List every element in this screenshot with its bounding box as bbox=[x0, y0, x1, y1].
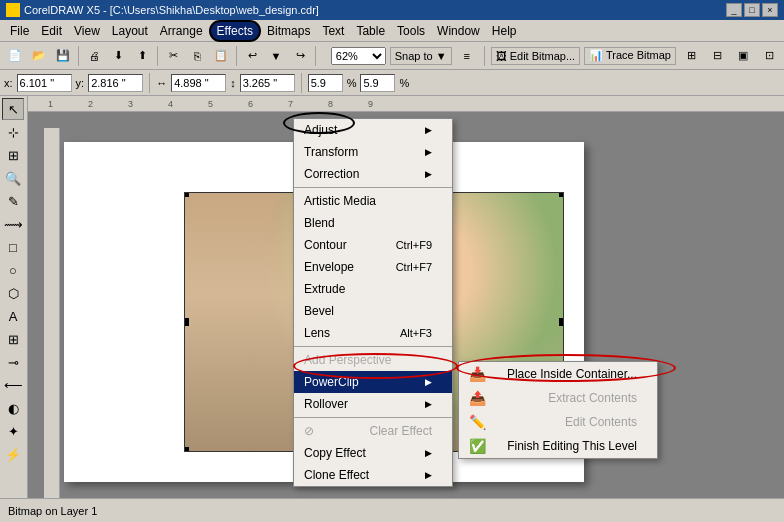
table-tool[interactable]: ⊞ bbox=[2, 328, 24, 350]
menu-arrange[interactable]: Arrange bbox=[154, 22, 209, 40]
menu-copy-effect[interactable]: Copy Effect bbox=[294, 442, 452, 464]
copy-btn[interactable]: ⎘ bbox=[186, 45, 208, 67]
extra-btn2[interactable]: ⊟ bbox=[706, 45, 728, 67]
dim-tool[interactable]: ⊸ bbox=[2, 351, 24, 373]
window-controls[interactable]: _ □ × bbox=[726, 3, 778, 17]
menu-blend[interactable]: Blend bbox=[294, 212, 452, 234]
menu-text[interactable]: Text bbox=[316, 22, 350, 40]
powerclip-submenu: 📥 Place Inside Container... 📤 Extract Co… bbox=[458, 361, 658, 459]
polygon-tool[interactable]: ⬡ bbox=[2, 282, 24, 304]
submenu-edit-contents: ✏️ Edit Contents bbox=[459, 410, 657, 434]
menu-contour[interactable]: Contour Ctrl+F9 bbox=[294, 234, 452, 256]
fill-tool[interactable]: ◐ bbox=[2, 397, 24, 419]
y-input[interactable] bbox=[88, 74, 143, 92]
handle-bl bbox=[184, 447, 189, 452]
menu-add-perspective[interactable]: Add Perspective bbox=[294, 349, 452, 371]
import-btn[interactable]: ⬇ bbox=[107, 45, 129, 67]
menu-artistic-media[interactable]: Artistic Media bbox=[294, 190, 452, 212]
menu-adjust[interactable]: Adjust bbox=[294, 119, 452, 141]
menu-rollover[interactable]: Rollover bbox=[294, 393, 452, 415]
sep1 bbox=[78, 46, 79, 66]
submenu-extract: 📤 Extract Contents bbox=[459, 386, 657, 410]
canvas-area: 1 2 3 4 5 6 7 8 9 bbox=[28, 96, 784, 498]
paste-btn[interactable]: 📋 bbox=[210, 45, 232, 67]
menu-bitmaps[interactable]: Bitmaps bbox=[261, 22, 316, 40]
title-bar: CorelDRAW X5 - [C:\Users\Shikha\Desktop\… bbox=[0, 0, 784, 20]
edit-contents-icon: ✏️ bbox=[469, 414, 486, 430]
menu-effects[interactable]: Effects bbox=[209, 20, 261, 42]
percent1: % bbox=[347, 77, 357, 89]
zoom-tool[interactable]: 🔍 bbox=[2, 167, 24, 189]
save-btn[interactable]: 💾 bbox=[52, 45, 74, 67]
minimize-button[interactable]: _ bbox=[726, 3, 742, 17]
submenu-place-inside[interactable]: 📥 Place Inside Container... bbox=[459, 362, 657, 386]
menu-help[interactable]: Help bbox=[486, 22, 523, 40]
main-area: ↖ ⊹ ⊞ 🔍 ✎ ⟿ □ ○ ⬡ A ⊞ ⊸ ⟵ ◐ ✦ ⚡ 1 2 3 4 … bbox=[0, 96, 784, 498]
h-input[interactable] bbox=[240, 74, 295, 92]
menu-powerclip[interactable]: PowerClip bbox=[294, 371, 452, 393]
maximize-button[interactable]: □ bbox=[744, 3, 760, 17]
sep-1 bbox=[294, 187, 452, 188]
open-btn[interactable]: 📂 bbox=[28, 45, 50, 67]
undo-btn[interactable]: ↩ bbox=[241, 45, 263, 67]
app-icon bbox=[6, 3, 20, 17]
x-input[interactable] bbox=[17, 74, 72, 92]
menu-tools[interactable]: Tools bbox=[391, 22, 431, 40]
cut-btn[interactable]: ✂ bbox=[162, 45, 184, 67]
eyedrop-tool[interactable]: ✦ bbox=[2, 420, 24, 442]
menu-extrude[interactable]: Extrude bbox=[294, 278, 452, 300]
menu-view[interactable]: View bbox=[68, 22, 106, 40]
text-tool[interactable]: A bbox=[2, 305, 24, 327]
field1-input[interactable] bbox=[308, 74, 343, 92]
trace-bitmap-btn[interactable]: 📊 Trace Bitmap bbox=[584, 47, 676, 65]
select-tool[interactable]: ↖ bbox=[2, 98, 24, 120]
menu-correction[interactable]: Correction bbox=[294, 163, 452, 185]
h-indicator: ↕ bbox=[230, 77, 236, 89]
zoom-select[interactable]: 62% 50% 75% 100% bbox=[331, 47, 386, 65]
menu-edit[interactable]: Edit bbox=[35, 22, 68, 40]
menu-file[interactable]: File bbox=[4, 22, 35, 40]
left-toolbox: ↖ ⊹ ⊞ 🔍 ✎ ⟿ □ ○ ⬡ A ⊞ ⊸ ⟵ ◐ ✦ ⚡ bbox=[0, 96, 28, 498]
undo-dropdown[interactable]: ▼ bbox=[265, 45, 287, 67]
extract-icon: 📤 bbox=[469, 390, 486, 406]
snap-to-btn[interactable]: Snap to ▼ bbox=[390, 47, 452, 65]
status-bar: Bitmap on Layer 1 bbox=[0, 498, 784, 522]
extra-btn4[interactable]: ⊡ bbox=[758, 45, 780, 67]
menu-window[interactable]: Window bbox=[431, 22, 486, 40]
new-btn[interactable]: 📄 bbox=[4, 45, 26, 67]
menu-layout[interactable]: Layout bbox=[106, 22, 154, 40]
extra-btn3[interactable]: ▣ bbox=[732, 45, 754, 67]
menu-envelope[interactable]: Envelope Ctrl+F7 bbox=[294, 256, 452, 278]
shape-tool[interactable]: ⊹ bbox=[2, 121, 24, 143]
status-text: Bitmap on Layer 1 bbox=[8, 505, 97, 517]
menu-transform[interactable]: Transform bbox=[294, 141, 452, 163]
clear-effect-icon: ⊘ bbox=[304, 424, 314, 438]
redo-btn[interactable]: ↪ bbox=[289, 45, 311, 67]
submenu-finish-editing[interactable]: ✅ Finish Editing This Level bbox=[459, 434, 657, 458]
freehand-tool[interactable]: ✎ bbox=[2, 190, 24, 212]
interact-tool[interactable]: ⚡ bbox=[2, 443, 24, 465]
extra-btn1[interactable]: ⊞ bbox=[680, 45, 702, 67]
sep3 bbox=[236, 46, 237, 66]
ellipse-tool[interactable]: ○ bbox=[2, 259, 24, 281]
close-button[interactable]: × bbox=[762, 3, 778, 17]
menu-table[interactable]: Table bbox=[350, 22, 391, 40]
window-title: CorelDRAW X5 - [C:\Users\Shikha\Desktop\… bbox=[24, 4, 319, 16]
handle-tl bbox=[184, 192, 189, 197]
print-btn[interactable]: 🖨 bbox=[83, 45, 105, 67]
smart-draw-tool[interactable]: ⟿ bbox=[2, 213, 24, 235]
edit-bitmap-btn[interactable]: 🖼 Edit Bitmap... bbox=[491, 47, 580, 65]
align-btn[interactable]: ≡ bbox=[456, 45, 478, 67]
rect-tool[interactable]: □ bbox=[2, 236, 24, 258]
menu-clone-effect[interactable]: Clone Effect bbox=[294, 464, 452, 486]
crop-tool[interactable]: ⊞ bbox=[2, 144, 24, 166]
connector-tool[interactable]: ⟵ bbox=[2, 374, 24, 396]
w-input[interactable] bbox=[171, 74, 226, 92]
menu-bevel[interactable]: Bevel bbox=[294, 300, 452, 322]
finish-editing-icon: ✅ bbox=[469, 438, 486, 454]
toolbar-row-1: 📄 📂 💾 🖨 ⬇ ⬆ ✂ ⎘ 📋 ↩ ▼ ↪ 62% 50% 75% 100%… bbox=[0, 42, 784, 70]
w-indicator: ↔ bbox=[156, 77, 167, 89]
field2-input[interactable] bbox=[360, 74, 395, 92]
menu-lens[interactable]: Lens Alt+F3 bbox=[294, 322, 452, 344]
export-btn[interactable]: ⬆ bbox=[131, 45, 153, 67]
